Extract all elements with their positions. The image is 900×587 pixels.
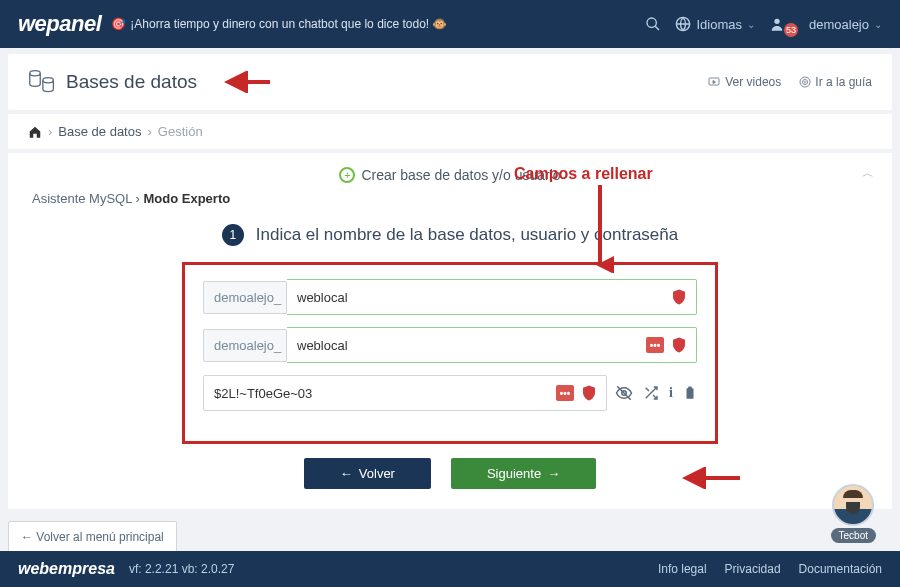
user-prefix: demoalejo_: [203, 329, 287, 362]
promo-banner: 🎯 ¡Ahorra tiempo y dinero con un chatbot…: [111, 17, 447, 31]
breadcrumb-current: Gestión: [158, 124, 203, 139]
password-manager-icon[interactable]: •••: [556, 385, 574, 401]
annotation-label: Campos a rellenar: [514, 165, 653, 183]
sub-b: Modo Experto: [144, 191, 231, 206]
promo-text: ¡Ahorra tiempo y dinero con un chatbot q…: [130, 17, 447, 31]
collapse-icon[interactable]: ︿: [862, 165, 874, 182]
button-row: ← Volver Siguiente →: [26, 458, 874, 489]
db-prefix: demoalejo_: [203, 281, 287, 314]
shuffle-icon[interactable]: [643, 385, 659, 401]
main-panel: + Crear base de datos y/o usuario ︿ Camp…: [8, 153, 892, 509]
chevron-down-icon: ⌄: [874, 19, 882, 30]
notification-badge: 53: [784, 23, 798, 37]
step-text: Indica el nombre de la base datos, usuar…: [256, 225, 678, 245]
chatbot-label: Tecbot: [831, 528, 876, 543]
breadcrumb: › Base de datos › Gestión: [8, 114, 892, 149]
language-menu[interactable]: Idiomas ⌄: [675, 16, 755, 32]
svg-point-10: [805, 82, 806, 83]
breadcrumb-separator: ›: [48, 124, 52, 139]
annotation-arrow-icon: [680, 467, 742, 489]
back-main-row: ← Volver al menú principal: [8, 521, 892, 553]
database-icon: [28, 68, 56, 96]
back-main-button[interactable]: ← Volver al menú principal: [8, 521, 177, 553]
back-main-label: Volver al menú principal: [36, 530, 163, 544]
footer-docs-link[interactable]: Documentación: [799, 562, 882, 576]
page-title: Bases de datos: [66, 71, 197, 93]
next-button[interactable]: Siguiente →: [451, 458, 596, 489]
footer-version: vf: 2.2.21 vb: 2.0.27: [129, 562, 234, 576]
info-icon[interactable]: i: [669, 385, 673, 401]
shield-icon[interactable]: [670, 336, 688, 354]
svg-point-0: [647, 18, 656, 27]
db-name-input[interactable]: [287, 290, 670, 305]
password-input[interactable]: [204, 386, 556, 401]
footer: webempresa vf: 2.2.21 vb: 2.0.27 Info le…: [0, 551, 900, 587]
footer-legal-link[interactable]: Info legal: [658, 562, 707, 576]
svg-rect-14: [687, 388, 694, 399]
annotation-arrow-down-icon: [586, 183, 614, 273]
toggle-visibility-icon[interactable]: [615, 384, 633, 402]
breadcrumb-separator: ›: [147, 124, 151, 139]
footer-privacy-link[interactable]: Privacidad: [725, 562, 781, 576]
watch-videos-link[interactable]: Ver videos: [707, 75, 781, 89]
step-number: 1: [222, 224, 244, 246]
db-name-input-wrap: [287, 279, 697, 315]
topbar: wepanel 🎯 ¡Ahorra tiempo y dinero con un…: [0, 0, 900, 48]
svg-point-5: [43, 78, 54, 83]
db-name-row: demoalejo_: [203, 279, 697, 315]
password-manager-icon[interactable]: •••: [646, 337, 664, 353]
svg-point-4: [30, 71, 41, 76]
back-button[interactable]: ← Volver: [304, 458, 431, 489]
shield-icon[interactable]: [580, 384, 598, 402]
db-user-input-wrap: •••: [287, 327, 697, 363]
db-user-row: demoalejo_ •••: [203, 327, 697, 363]
chatbot-widget[interactable]: Tecbot: [831, 484, 876, 543]
shield-icon[interactable]: [670, 288, 688, 306]
annotation-arrow-icon: [222, 71, 272, 93]
sub-a: Asistente MySQL: [32, 191, 136, 206]
step-heading: 1 Indica el nombre de la base datos, usu…: [26, 224, 874, 246]
svg-line-1: [655, 26, 659, 30]
svg-rect-15: [688, 387, 692, 389]
next-label: Siguiente: [487, 466, 541, 481]
page-header: Bases de datos Ver videos Ir a la guía: [8, 54, 892, 110]
breadcrumb-db[interactable]: Base de datos: [58, 124, 141, 139]
svg-point-3: [774, 19, 779, 24]
user-name: demoalejo: [809, 17, 869, 32]
footer-logo: webempresa: [18, 560, 115, 578]
password-input-wrap: •••: [203, 375, 607, 411]
db-user-input[interactable]: [287, 338, 646, 353]
form-box: demoalejo_ demoalejo_ ••• •••: [182, 262, 718, 444]
chatbot-avatar-icon: [832, 484, 874, 526]
guide-label: Ir a la guía: [815, 75, 872, 89]
videos-label: Ver videos: [725, 75, 781, 89]
password-row: ••• i: [203, 375, 697, 411]
logo[interactable]: wepanel: [18, 11, 101, 37]
chevron-down-icon: ⌄: [747, 19, 755, 30]
home-icon[interactable]: [28, 125, 42, 139]
back-label: Volver: [359, 466, 395, 481]
search-icon[interactable]: [645, 16, 661, 32]
mode-subheading: Asistente MySQL › Modo Experto: [32, 191, 874, 206]
guide-link[interactable]: Ir a la guía: [799, 75, 872, 89]
user-menu[interactable]: 53 demoalejo ⌄: [769, 16, 882, 32]
plus-icon: +: [339, 167, 355, 183]
language-label: Idiomas: [696, 17, 742, 32]
panel-heading: + Crear base de datos y/o usuario: [26, 167, 874, 183]
clipboard-icon[interactable]: [683, 385, 697, 401]
